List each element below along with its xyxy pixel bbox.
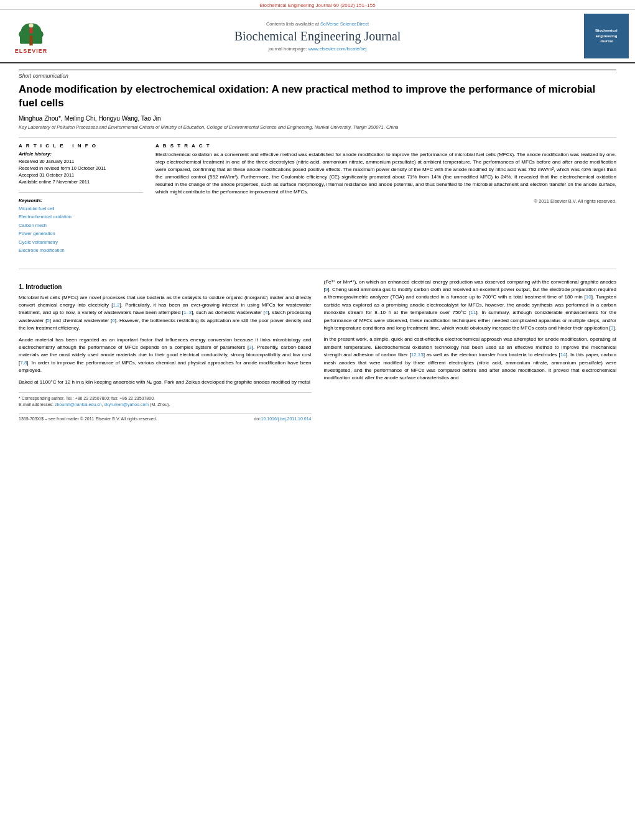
homepage-line: journal homepage: www.elsevier.com/locat… <box>62 46 573 52</box>
right-col: A B S T R A C T Electrochemical oxidatio… <box>155 143 616 261</box>
body-right-para-2: In the present work, a simple, quick and… <box>324 336 617 382</box>
svg-point-2 <box>19 30 30 39</box>
authors-text: Minghua Zhou*, Meiling Chi, Hongyu Wang,… <box>19 115 160 122</box>
authors: Minghua Zhou*, Meiling Chi, Hongyu Wang,… <box>19 115 616 122</box>
affiliation: Key Laboratory of Pollution Processes an… <box>19 124 616 131</box>
journal-center: Contents lists available at SciVerse Sci… <box>56 21 579 52</box>
article-title: Anode modification by electrochemical ox… <box>19 83 616 110</box>
abstract-label: A B S T R A C T <box>155 143 616 149</box>
keywords-label: Keywords: <box>19 198 143 203</box>
left-col: A R T I C L E I N F O Article history: R… <box>19 143 143 261</box>
keyword-3: Carbon mesh <box>19 221 143 230</box>
keyword-6: Electrode modification <box>19 246 143 255</box>
footnote-corresponding: * Corresponding author. Tel.: +86 22 235… <box>19 395 312 402</box>
body-right-para-1: (Fe³⁺ or Mn⁴⁺), on which an enhanced ele… <box>324 279 617 333</box>
journal-title: Biochemical Engineering Journal <box>62 29 573 44</box>
footer-bar: 1369-703X/$ – see front matter © 2011 El… <box>19 413 312 421</box>
footer-issn: 1369-703X/$ – see front matter © 2011 El… <box>19 417 157 421</box>
divider-keywords <box>19 192 143 193</box>
divider-2 <box>19 269 616 269</box>
body-para-1: Microbial fuel cells (MFCs) are novel pr… <box>19 294 312 333</box>
abstract-text: Electrochemical oxidation as a convenien… <box>155 151 616 196</box>
keywords-section: Keywords: Microbial fuel cell Electroche… <box>19 198 143 255</box>
elsevier-label: ELSEVIER <box>15 48 48 54</box>
keyword-1: Microbial fuel cell <box>19 205 143 213</box>
body-para-2: Anode material has been regarded as an i… <box>19 336 312 375</box>
body-right: (Fe³⁺ or Mn⁴⁺), on which an enhanced ele… <box>324 279 617 421</box>
available-date: Available online 7 November 2011 <box>19 178 143 185</box>
keyword-2: Electrochemical oxidation <box>19 213 143 221</box>
elsevier-logo: ELSEVIER <box>6 19 56 54</box>
keyword-4: Power generation <box>19 229 143 238</box>
elsevier-tree-icon <box>12 19 50 47</box>
svg-rect-4 <box>29 35 32 45</box>
sciverse-link: SciVerse ScienceDirect <box>320 21 369 27</box>
footer-doi: doi:10.1016/j.bej.2011.10.014 <box>254 417 311 421</box>
body-left: 1. Introduction Microbial fuel cells (MF… <box>19 279 312 421</box>
article-history-section: A R T I C L E I N F O Article history: R… <box>19 143 143 186</box>
copyright: © 2011 Elsevier B.V. All rights reserved… <box>155 198 616 204</box>
svg-point-3 <box>32 30 44 39</box>
divider-1 <box>19 137 616 138</box>
journal-logo-right: BiochemicalEngineeringJournal <box>579 14 629 58</box>
keywords-list: Microbial fuel cell Electrochemical oxid… <box>19 205 143 255</box>
main-content: Short communication Anode modification b… <box>0 63 635 427</box>
accepted-date: Accepted 31 October 2011 <box>19 172 143 178</box>
keyword-5: Cyclic voltammetry <box>19 238 143 247</box>
revised-date: Received in revised form 10 October 2011 <box>19 165 143 172</box>
body-content: 1. Introduction Microbial fuel cells (MF… <box>19 279 616 421</box>
footnote-email: E-mail addresses: zhoumh@nankai.edu.cn, … <box>19 402 312 408</box>
article-info-abstract: A R T I C L E I N F O Article history: R… <box>19 143 616 261</box>
received-date: Received 30 January 2011 <box>19 158 143 165</box>
history-label: Article history: <box>19 151 143 157</box>
body-para-3: Baked at 1100°C for 12 h in a kiln keepi… <box>19 379 312 386</box>
journal-logo-box: BiochemicalEngineeringJournal <box>584 14 629 58</box>
journal-header: ELSEVIER Contents lists available at Sci… <box>0 10 635 63</box>
homepage-url: www.elsevier.com/locate/bej <box>308 46 367 52</box>
journal-citation: Biochemical Engineering Journal 60 (2012… <box>259 2 375 8</box>
top-bar: Biochemical Engineering Journal 60 (2012… <box>0 0 635 10</box>
section-type: Short communication <box>19 70 616 79</box>
section-1-number: 1. <box>19 284 24 290</box>
svg-rect-6 <box>29 27 32 33</box>
logo-box-text: BiochemicalEngineeringJournal <box>595 28 617 44</box>
article-info-label: A R T I C L E I N F O <box>19 143 143 149</box>
sciverse-line: Contents lists available at SciVerse Sci… <box>62 21 573 27</box>
footnote-section: * Corresponding author. Tel.: +86 22 235… <box>19 392 312 408</box>
section-1-heading: 1. Introduction <box>19 284 312 290</box>
svg-point-5 <box>29 23 33 27</box>
section-1-title: Introduction <box>25 284 62 290</box>
